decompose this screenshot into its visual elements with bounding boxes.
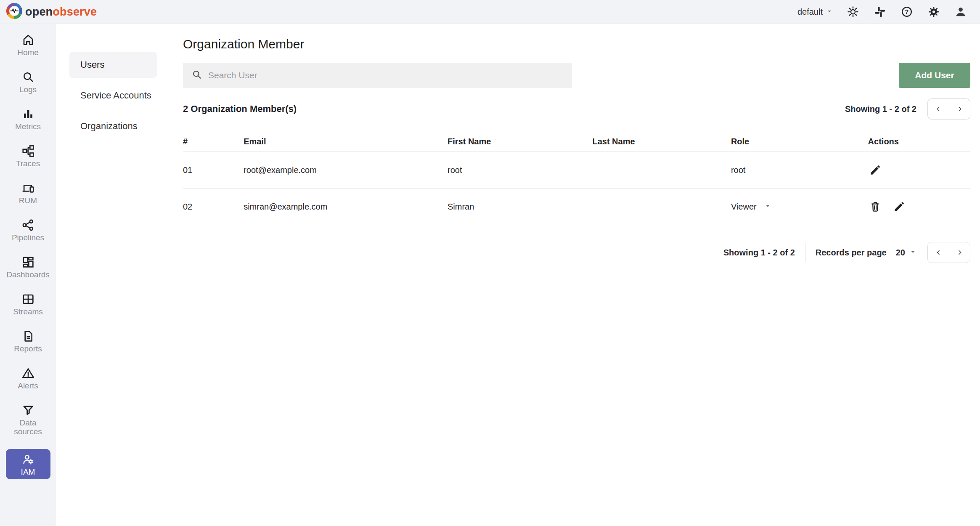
sidebar-item-traces[interactable]: Traces — [3, 143, 53, 173]
next-page-button[interactable] — [949, 99, 970, 119]
traces-tree-icon — [21, 143, 35, 159]
data-sources-filter-icon — [21, 403, 35, 418]
cell-num: 02 — [183, 189, 244, 225]
showing-range-bottom: Showing 1 - 2 of 2 — [723, 248, 795, 258]
sidebar-item-pipelines[interactable]: Pipelines — [3, 218, 53, 247]
subnav-item-organizations[interactable]: Organizations — [69, 113, 157, 139]
delete-user-button[interactable] — [868, 199, 882, 214]
sidebar-item-data-sources[interactable]: Data sources — [3, 403, 53, 441]
add-user-button[interactable]: Add User — [899, 63, 970, 88]
slack-icon[interactable] — [873, 5, 887, 19]
sidebar-item-reports[interactable]: Reports — [3, 329, 53, 358]
prev-page-button[interactable] — [928, 242, 949, 263]
subnav-item-users[interactable]: Users — [69, 52, 157, 78]
logo-wordmark: openobserve — [25, 5, 97, 19]
pipelines-share-icon — [21, 218, 35, 233]
metrics-bar-chart-icon — [21, 106, 35, 122]
col-header-email: Email — [244, 126, 448, 152]
cell-role: root — [731, 152, 868, 189]
search-icon — [191, 69, 202, 82]
help-icon[interactable]: ? — [900, 5, 914, 19]
dashboards-grid-icon — [21, 255, 35, 270]
col-header-actions: Actions — [868, 126, 970, 152]
sidebar-item-rum[interactable]: RUM — [3, 181, 53, 210]
main-content: Organization Member Add User 2 Organizat… — [173, 24, 980, 526]
cell-email: root@example.com — [244, 152, 448, 189]
subnav-item-service-accounts[interactable]: Service Accounts — [69, 82, 157, 109]
divider — [805, 243, 805, 262]
chevron-down-icon — [826, 7, 833, 17]
col-header-num: # — [183, 126, 244, 152]
sidebar-item-iam[interactable]: IAM — [6, 449, 50, 479]
iam-subnav: Users Service Accounts Organizations — [56, 24, 173, 526]
members-table: # Email First Name Last Name Role Action… — [183, 126, 970, 225]
settings-icon[interactable] — [927, 5, 940, 19]
sidebar-item-streams[interactable]: Streams — [3, 292, 53, 321]
org-selector-value: default — [797, 7, 823, 17]
role-dropdown[interactable]: Viewer — [731, 202, 771, 212]
sidebar-item-metrics[interactable]: Metrics — [3, 106, 53, 136]
home-icon — [21, 32, 35, 48]
member-count: 2 Organization Member(s) — [183, 104, 297, 114]
chevron-down-icon — [909, 248, 916, 258]
light-mode-icon[interactable] — [846, 5, 860, 19]
chevron-down-icon — [764, 202, 771, 212]
pagination-bottom: Showing 1 - 2 of 2 Records per page 20 — [183, 242, 970, 263]
next-page-button[interactable] — [949, 242, 970, 263]
prev-page-button[interactable] — [928, 99, 949, 119]
edit-user-button[interactable] — [892, 199, 906, 214]
cell-num: 01 — [183, 152, 244, 189]
streams-table-icon — [21, 292, 35, 307]
svg-text:?: ? — [905, 8, 909, 15]
pagination-top — [927, 98, 970, 120]
sidebar-item-alerts[interactable]: Alerts — [3, 366, 53, 395]
cell-last-name — [592, 189, 731, 225]
search-user-box[interactable] — [183, 63, 572, 88]
col-header-last-name: Last Name — [592, 126, 731, 152]
top-header: openobserve default ? — [0, 0, 980, 24]
table-row: 01 root@example.com root root — [183, 152, 970, 189]
col-header-first-name: First Name — [448, 126, 592, 152]
alerts-warning-icon — [21, 366, 35, 381]
cell-first-name: root — [448, 152, 592, 189]
col-header-role: Role — [731, 126, 868, 152]
account-icon[interactable] — [954, 5, 967, 19]
pagination-buttons — [927, 242, 970, 263]
openobserve-logo[interactable]: openobserve — [0, 3, 97, 21]
logs-search-icon — [21, 69, 35, 85]
openobserve-logo-icon — [6, 3, 23, 21]
rum-devices-icon — [21, 181, 35, 196]
sidebar-item-home[interactable]: Home — [3, 32, 53, 62]
records-per-page-select[interactable]: 20 — [896, 248, 916, 258]
iam-user-gear-icon — [21, 452, 35, 467]
cell-last-name — [592, 152, 731, 189]
sidebar-item-logs[interactable]: Logs — [3, 69, 53, 99]
reports-document-icon — [21, 329, 35, 344]
search-user-input[interactable] — [208, 70, 553, 80]
showing-range-top: Showing 1 - 2 of 2 — [845, 104, 916, 114]
edit-user-button[interactable] — [868, 163, 882, 177]
records-per-page-label: Records per page — [816, 248, 887, 258]
table-header-row: # Email First Name Last Name Role Action… — [183, 126, 970, 152]
table-row: 02 simran@example.com Simran Viewer — [183, 189, 970, 225]
cell-email: simran@example.com — [244, 189, 448, 225]
org-selector[interactable]: default — [797, 7, 833, 17]
cell-first-name: Simran — [448, 189, 592, 225]
page-title: Organization Member — [183, 37, 970, 52]
left-nav-rail: Home Logs Metrics Trace — [0, 24, 56, 526]
sidebar-item-dashboards[interactable]: Dashboards — [3, 255, 53, 284]
